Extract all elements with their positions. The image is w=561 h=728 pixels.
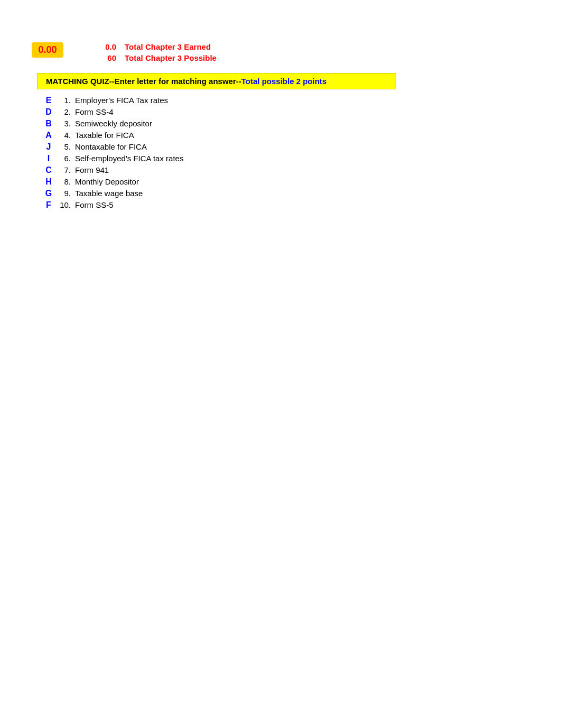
item-number: 4. xyxy=(55,131,71,140)
answer-letter: F xyxy=(42,200,55,210)
item-text: Semiweekly depositor xyxy=(75,119,152,128)
item-text: Form SS-4 xyxy=(75,107,114,116)
answer-letter: E xyxy=(42,96,55,105)
totals-block: 0.0 Total Chapter 3 Earned 60 Total Chap… xyxy=(95,42,217,62)
answer-letter: D xyxy=(42,107,55,117)
quiz-block: MATCHING QUIZ--Enter letter for matching… xyxy=(32,73,529,210)
item-number: 5. xyxy=(55,142,71,151)
item-text: Monthly Depositor xyxy=(75,177,139,186)
answer-letter: H xyxy=(42,177,55,187)
answer-letter: G xyxy=(42,189,55,198)
possible-value: 60 xyxy=(95,53,116,62)
answer-letter: A xyxy=(42,131,55,140)
item-number: 6. xyxy=(55,154,71,163)
item-number: 2. xyxy=(55,107,71,116)
item-number: 10. xyxy=(55,200,71,209)
item-number: 7. xyxy=(55,165,71,174)
list-item: J 5. Nontaxable for FICA xyxy=(42,142,529,152)
quiz-header-text: MATCHING QUIZ--Enter letter for matching… xyxy=(46,77,241,86)
item-text: Form SS-5 xyxy=(75,200,114,209)
item-text: Taxable for FICA xyxy=(75,131,134,140)
quiz-items-list: E 1. Employer's FICA Tax rates D 2. Form… xyxy=(37,96,529,210)
answer-letter: C xyxy=(42,165,55,175)
list-item: F 10. Form SS-5 xyxy=(42,200,529,210)
earned-label: Total Chapter 3 Earned xyxy=(125,42,211,51)
answer-letter: J xyxy=(42,142,55,152)
answer-letter: B xyxy=(42,119,55,128)
item-number: 8. xyxy=(55,177,71,186)
item-number: 9. xyxy=(55,189,71,198)
summary-section: 0.00 0.0 Total Chapter 3 Earned 60 Total… xyxy=(32,42,529,62)
list-item: H 8. Monthly Depositor xyxy=(42,177,529,187)
item-text: Form 941 xyxy=(75,165,109,174)
possible-row: 60 Total Chapter 3 Possible xyxy=(95,53,217,62)
earned-value: 0.0 xyxy=(95,42,116,51)
total-score-badge: 0.00 xyxy=(32,42,63,58)
list-item: A 4. Taxable for FICA xyxy=(42,131,529,140)
possible-label: Total Chapter 3 Possible xyxy=(125,53,217,62)
item-text: Employer's FICA Tax rates xyxy=(75,96,168,105)
list-item: D 2. Form SS-4 xyxy=(42,107,529,117)
answer-letter: I xyxy=(42,154,55,163)
list-item: G 9. Taxable wage base xyxy=(42,189,529,198)
item-number: 3. xyxy=(55,119,71,128)
list-item: E 1. Employer's FICA Tax rates xyxy=(42,96,529,105)
item-text: Self-employed's FICA tax rates xyxy=(75,154,183,163)
quiz-points-text: Total possible 2 points xyxy=(241,77,326,86)
list-item: I 6. Self-employed's FICA tax rates xyxy=(42,154,529,163)
list-item: C 7. Form 941 xyxy=(42,165,529,175)
item-text: Taxable wage base xyxy=(75,189,143,198)
list-item: B 3. Semiweekly depositor xyxy=(42,119,529,128)
item-text: Nontaxable for FICA xyxy=(75,142,147,151)
item-number: 1. xyxy=(55,96,71,105)
quiz-header: MATCHING QUIZ--Enter letter for matching… xyxy=(37,73,396,89)
earned-row: 0.0 Total Chapter 3 Earned xyxy=(95,42,217,51)
